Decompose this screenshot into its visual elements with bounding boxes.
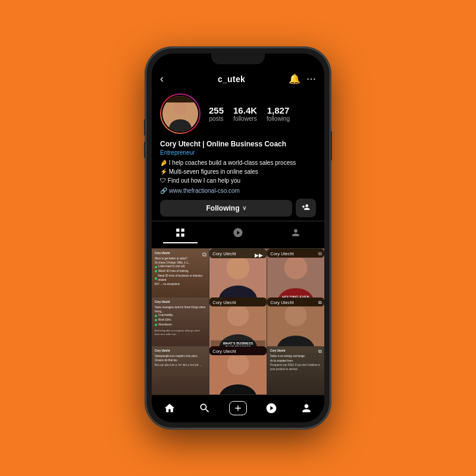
bottom-navigation: [152, 394, 324, 422]
app-header: ‹ c_utek 🔔 ⋯: [152, 70, 324, 89]
svg-text:Cory Utecht: Cory Utecht: [212, 349, 236, 354]
avatar-ring[interactable]: [160, 93, 201, 134]
reels-icon-2: ⧉: [318, 251, 322, 257]
stats-row: 255 posts 16.4K followers 1,827 followin…: [209, 105, 290, 122]
profile-username: c_utek: [218, 74, 245, 84]
svg-text:Cory Utecht: Cory Utecht: [270, 300, 294, 305]
posts-count: 255: [209, 105, 224, 115]
avatar-image: [162, 96, 198, 131]
action-buttons: Following ∨: [160, 199, 316, 217]
followers-label: followers: [233, 115, 256, 122]
nav-home[interactable]: [159, 400, 180, 416]
following-button[interactable]: Following ∨: [160, 200, 292, 217]
following-label: following: [267, 115, 290, 122]
svg-text:Cory Utecht: Cory Utecht: [212, 251, 236, 256]
svg-point-8: [227, 256, 249, 279]
reels-icon-3: ⧉: [318, 300, 322, 306]
svg-point-32: [227, 353, 249, 375]
svg-point-14: [284, 256, 307, 279]
nav-reels[interactable]: [261, 400, 282, 416]
svg-point-20: [227, 305, 249, 326]
header-actions: 🔔 ⋯: [289, 73, 316, 84]
avatar: [161, 95, 199, 133]
post-9[interactable]: Cory Utecht Sales is an energy exchange.…: [267, 346, 324, 394]
post-7[interactable]: Cory Utecht Salespeople turn maybe's int…: [152, 346, 209, 394]
website-link[interactable]: 🔗 www.thefractional-cso.com: [160, 187, 316, 194]
category-label: Entrepreneur: [160, 149, 316, 156]
bio-line-1: 🤌 I help coaches build a world-class sal…: [160, 158, 316, 167]
svg-point-3: [173, 101, 187, 115]
svg-text:Cory Utecht: Cory Utecht: [212, 300, 236, 305]
profile-top-row: 255 posts 16.4K followers 1,827 followin…: [160, 93, 316, 134]
video-icon: ▶▶: [255, 252, 263, 258]
notch: [211, 54, 265, 64]
profile-section: 255 posts 16.4K followers 1,827 followin…: [152, 89, 324, 221]
person-thumbnail-5: Cory Utecht: [209, 346, 267, 394]
svg-point-26: [285, 305, 306, 326]
bio-line-2: ⚡ Multi-seven figures in online sales: [160, 167, 316, 176]
link-url: www.thefractional-cso.com: [169, 187, 240, 194]
content-tabs: [152, 221, 324, 249]
stat-following[interactable]: 1,827 following: [267, 105, 290, 122]
tab-tagged[interactable]: [278, 226, 313, 243]
following-count: 1,827: [267, 105, 290, 115]
nav-profile[interactable]: [296, 400, 317, 416]
post-8[interactable]: Cory Utecht: [209, 346, 267, 394]
more-options-icon[interactable]: ⋯: [306, 73, 316, 84]
followers-count: 16.4K: [233, 105, 257, 115]
link-icon: 🔗: [160, 187, 167, 194]
reels-icon-4: ⧉: [318, 349, 322, 355]
bio-text: 🤌 I help coaches build a world-class sal…: [160, 158, 316, 185]
person-plus-icon: [302, 203, 310, 211]
status-bar: [152, 54, 324, 70]
following-button-label: Following: [206, 204, 240, 212]
reels-icon: ⧉: [202, 251, 206, 258]
nav-search[interactable]: [194, 400, 215, 416]
add-friend-button[interactable]: [296, 199, 316, 217]
phone-device: ‹ c_utek 🔔 ⋯: [146, 48, 330, 428]
posts-label: posts: [209, 115, 224, 122]
svg-text:Cory Utecht: Cory Utecht: [270, 251, 294, 256]
tab-grid[interactable]: [163, 226, 198, 243]
tab-reels[interactable]: [221, 226, 255, 243]
svg-rect-4: [162, 96, 198, 102]
stat-posts: 255 posts: [209, 105, 224, 122]
posts-grid: Cory Utecht Want to get better at sales?…: [152, 249, 324, 394]
phone-screen: ‹ c_utek 🔔 ⋯: [152, 54, 324, 422]
display-name: Cory Utecht | Online Business Coach: [160, 140, 316, 148]
stat-followers[interactable]: 16.4K followers: [233, 105, 257, 122]
bio-line-3: 🛡 Find out how I can help you: [160, 176, 316, 185]
chevron-down-icon: ∨: [242, 205, 246, 211]
back-button[interactable]: ‹: [160, 73, 174, 85]
notification-bell-icon[interactable]: 🔔: [289, 73, 300, 84]
nav-add[interactable]: [229, 401, 247, 415]
